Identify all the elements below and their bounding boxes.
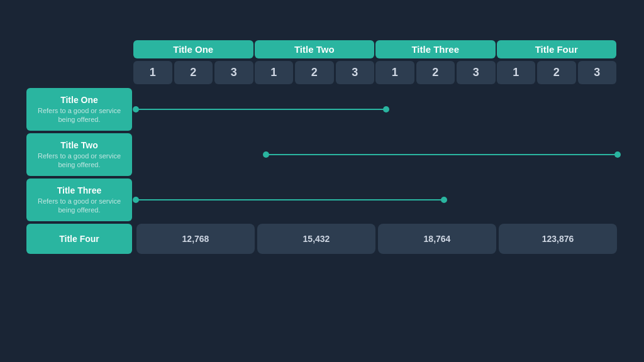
row-label-sub-1: Refers to a good or service being offere… — [33, 151, 126, 170]
row-label-2: Title ThreeRefers to a good or service b… — [26, 178, 132, 221]
gantt-chart: Title One123Title Two123Title Three123Ti… — [26, 40, 618, 254]
bottom-value-2: 18,764 — [378, 224, 496, 254]
sub-col-1-1: 2 — [295, 61, 334, 84]
sub-col-1-2: 3 — [336, 61, 375, 84]
sub-cols-2: 123 — [375, 61, 496, 84]
sub-cols-0: 123 — [133, 61, 253, 84]
title-group-3: Title Four123 — [497, 40, 617, 84]
table-row: Title TwoRefers to a good or service bei… — [26, 133, 618, 176]
row-label-sub-0: Refers to a good or service being offere… — [33, 106, 126, 124]
title-group-1: Title Two123 — [255, 40, 375, 84]
gantt-dot-end-2 — [441, 197, 447, 203]
sub-col-3-2: 3 — [578, 61, 617, 84]
row-chart-2 — [136, 178, 618, 221]
table-row: Title ThreeRefers to a good or service b… — [26, 178, 618, 221]
title-group-label-2: Title Three — [375, 40, 496, 58]
sub-col-3-1: 2 — [537, 61, 576, 84]
row-label-title-1: Title Two — [33, 140, 126, 150]
bottom-value-3: 123,876 — [499, 224, 617, 254]
title-group-0: Title One123 — [133, 40, 253, 84]
page-header — [309, 0, 335, 29]
table-row: Title OneRefers to a good or service bei… — [26, 88, 618, 131]
gantt-bar-1 — [266, 154, 618, 155]
row-label-title-2: Title Three — [33, 185, 126, 195]
sub-col-0-1: 2 — [174, 61, 213, 84]
sub-col-3-0: 1 — [497, 61, 536, 84]
bottom-value-1: 15,432 — [257, 224, 375, 254]
column-headers: Title One123Title Two123Title Three123Ti… — [133, 40, 618, 84]
row-chart-1 — [136, 133, 618, 176]
gantt-dot-end-0 — [383, 106, 389, 112]
row-label-1: Title TwoRefers to a good or service bei… — [26, 133, 132, 176]
sub-col-2-1: 2 — [416, 61, 455, 84]
data-rows: Title OneRefers to a good or service bei… — [26, 88, 618, 221]
row-chart-0 — [136, 88, 618, 131]
gantt-bar-2 — [136, 199, 444, 200]
row-label-title-0: Title One — [33, 95, 126, 105]
title-group-label-0: Title One — [133, 40, 253, 58]
gantt-dot-end-1 — [614, 151, 621, 158]
title-group-2: Title Three123 — [375, 40, 496, 84]
sub-col-0-0: 1 — [133, 61, 172, 84]
title-group-label-1: Title Two — [255, 40, 375, 58]
sub-col-1-0: 1 — [255, 61, 294, 84]
row-label-sub-2: Refers to a good or service being offere… — [33, 197, 126, 215]
title-group-label-3: Title Four — [497, 40, 617, 58]
gantt-bar-0 — [136, 109, 386, 110]
sub-col-0-2: 3 — [214, 61, 253, 84]
row-label-0: Title OneRefers to a good or service bei… — [26, 88, 132, 131]
bottom-row-values: 12,76815,43218,764123,876 — [136, 224, 618, 254]
gantt-dot-start-1 — [263, 151, 269, 158]
sub-cols-1: 123 — [255, 61, 375, 84]
sub-col-2-0: 1 — [375, 61, 414, 84]
bottom-value-0: 12,768 — [136, 224, 255, 254]
bottom-row: Title Four12,76815,43218,764123,876 — [26, 224, 618, 254]
sub-col-2-2: 3 — [457, 61, 496, 84]
gantt-dot-start-0 — [133, 106, 139, 112]
sub-cols-3: 123 — [497, 61, 617, 84]
bottom-row-label: Title Four — [26, 224, 132, 254]
gantt-dot-start-2 — [133, 197, 139, 203]
